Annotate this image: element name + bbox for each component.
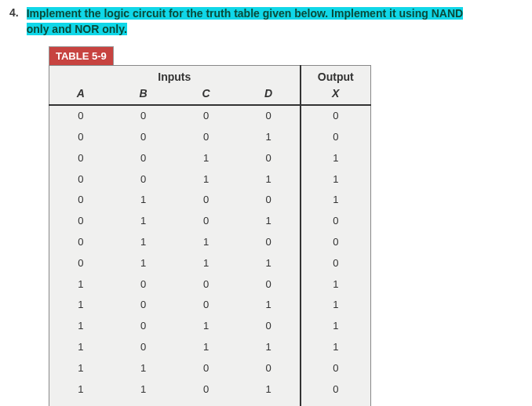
table-body: 00000 00010 00101 00111 01001 01010 0110…	[49, 105, 371, 406]
question-block: 4. Implement the logic circuit for the t…	[9, 6, 523, 37]
col-b: B	[112, 85, 175, 105]
table-row: 00010	[49, 127, 371, 148]
table-header-cols-row: A B C D X	[49, 85, 371, 105]
table-row: 10111	[49, 337, 371, 358]
table-row: 00000	[49, 105, 371, 127]
table-header-group-row: Inputs Output	[49, 66, 371, 85]
table-row: 11010	[49, 379, 371, 401]
table-row: 01001	[49, 190, 371, 211]
table-row: 11100	[49, 400, 371, 406]
table-row: 10011	[49, 295, 371, 316]
question-text-line2: only and NOR only.	[27, 23, 127, 35]
inputs-header: Inputs	[49, 66, 301, 85]
table-title: TABLE 5-9	[49, 46, 114, 65]
table-row: 00111	[49, 169, 371, 190]
question-number: 4.	[9, 6, 19, 19]
col-d: D	[238, 85, 301, 105]
col-a: A	[49, 85, 112, 105]
table-row: 01110	[49, 253, 371, 274]
col-c: C	[175, 85, 238, 105]
table-row: 01010	[49, 211, 371, 232]
truth-table: Inputs Output A B C D X 00000 00010 0010…	[49, 65, 371, 406]
table-row: 00101	[49, 148, 371, 169]
table-container: TABLE 5-9 Inputs Output A B C D X 00000 …	[49, 46, 523, 406]
question-text: Implement the logic circuit for the trut…	[27, 6, 463, 37]
table-row: 11000	[49, 358, 371, 379]
table-row: 10101	[49, 316, 371, 337]
output-header: Output	[301, 66, 371, 85]
table-row: 01100	[49, 232, 371, 253]
table-row: 10001	[49, 274, 371, 295]
col-x: X	[301, 85, 371, 105]
question-text-line1: Implement the logic circuit for the trut…	[27, 7, 463, 20]
